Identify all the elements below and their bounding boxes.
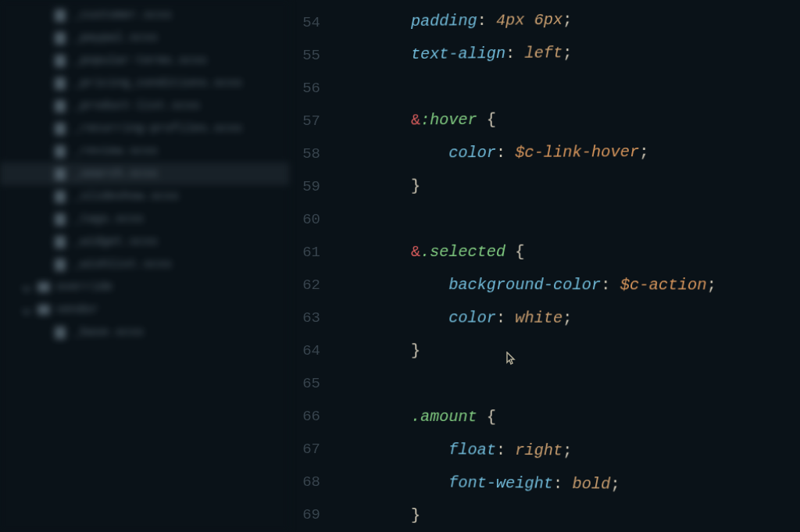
file-label: _recurring-profiles.scss bbox=[73, 122, 242, 135]
code-line[interactable]: font-weight: bold; bbox=[336, 466, 800, 503]
file-icon bbox=[55, 145, 66, 158]
file-icon bbox=[55, 213, 66, 226]
code-line[interactable]: &.selected { bbox=[336, 235, 800, 269]
file-item[interactable]: _product-list.scss bbox=[0, 95, 289, 117]
file-label: _popular-terms.scss bbox=[73, 54, 207, 67]
file-label: _slideshow.scss bbox=[73, 190, 179, 203]
line-number: 65 bbox=[289, 367, 336, 400]
line-number: 58 bbox=[289, 137, 336, 170]
file-explorer-sidebar: _customer.scss_paypal.scss_popular-terms… bbox=[0, 0, 289, 532]
file-label: _pricing_conditions.scss bbox=[73, 77, 242, 90]
file-label: _review.scss bbox=[73, 145, 158, 158]
line-number: 59 bbox=[289, 170, 336, 203]
line-number: 67 bbox=[289, 433, 336, 466]
code-line[interactable]: } bbox=[336, 334, 800, 370]
file-icon bbox=[55, 100, 66, 112]
file-icon bbox=[55, 191, 66, 203]
code-line[interactable]: float: right; bbox=[336, 433, 800, 470]
file-icon bbox=[55, 236, 66, 248]
code-line[interactable]: .amount { bbox=[336, 400, 800, 437]
file-icon bbox=[55, 259, 66, 271]
file-label: _widget.scss bbox=[73, 235, 158, 248]
line-number: 66 bbox=[289, 400, 336, 433]
line-number: 56 bbox=[289, 72, 336, 105]
file-item[interactable]: _recurring-profiles.scss bbox=[0, 117, 289, 140]
file-item[interactable]: _tags.scss bbox=[0, 208, 289, 230]
file-icon bbox=[55, 168, 66, 180]
folder-item[interactable]: override bbox=[0, 276, 289, 298]
code-line[interactable]: } bbox=[336, 498, 800, 532]
folder-item[interactable]: vendor bbox=[0, 298, 289, 321]
file-icon bbox=[55, 123, 66, 135]
line-number: 63 bbox=[289, 302, 336, 334]
folder-icon bbox=[38, 282, 50, 292]
code-line[interactable] bbox=[336, 202, 800, 236]
code-line[interactable]: &:hover { bbox=[336, 102, 800, 137]
file-item[interactable]: _wishlist.scss bbox=[0, 253, 289, 276]
file-item[interactable]: _search.scss bbox=[0, 162, 289, 185]
line-number: 61 bbox=[289, 236, 336, 269]
code-line[interactable] bbox=[336, 68, 800, 105]
file-icon bbox=[55, 9, 66, 22]
file-item[interactable]: _pricing_conditions.scss bbox=[0, 72, 289, 95]
line-number: 60 bbox=[289, 203, 336, 236]
file-item[interactable]: _widget.scss bbox=[0, 230, 289, 253]
file-icon bbox=[55, 327, 66, 339]
file-label: _paypal.scss bbox=[73, 31, 158, 45]
code-line[interactable]: padding: 4px 6px; bbox=[336, 1, 800, 39]
code-line[interactable]: } bbox=[336, 168, 800, 203]
line-number: 57 bbox=[289, 105, 336, 137]
folder-label: override bbox=[56, 280, 112, 294]
chevron-down-icon bbox=[22, 283, 30, 291]
line-number-gutter: 54555657585960616263646566676869 bbox=[289, 0, 336, 532]
file-label: _tags.scss bbox=[73, 212, 144, 226]
file-label: _base.scss bbox=[73, 326, 144, 339]
file-item[interactable]: _base.scss bbox=[0, 321, 289, 344]
line-number: 62 bbox=[289, 269, 336, 302]
file-label: _product-list.scss bbox=[73, 99, 200, 112]
line-number: 64 bbox=[289, 334, 336, 367]
file-item[interactable]: _customer.scss bbox=[0, 4, 289, 27]
chevron-down-icon bbox=[22, 305, 30, 314]
file-label: _search.scss bbox=[73, 167, 158, 180]
folder-icon bbox=[38, 305, 50, 315]
code-line[interactable]: color: $c-link-hover; bbox=[336, 135, 800, 170]
line-number: 54 bbox=[289, 6, 336, 39]
file-icon bbox=[55, 32, 66, 45]
folder-label: vendor bbox=[56, 303, 98, 316]
line-number: 68 bbox=[289, 466, 336, 498]
file-item[interactable]: _paypal.scss bbox=[0, 27, 289, 49]
code-line[interactable]: background-color: $c-action; bbox=[336, 269, 800, 302]
file-label: _customer.scss bbox=[73, 9, 172, 22]
code-editor[interactable]: padding: 4px 6px; text-align: left; &:ho… bbox=[336, 0, 800, 532]
line-number: 55 bbox=[289, 39, 336, 72]
code-line[interactable]: color: white; bbox=[336, 302, 800, 336]
file-icon bbox=[55, 55, 66, 67]
code-line[interactable] bbox=[336, 367, 800, 403]
file-item[interactable]: _popular-terms.scss bbox=[0, 49, 289, 72]
file-item[interactable]: _review.scss bbox=[0, 140, 289, 162]
code-line[interactable]: text-align: left; bbox=[336, 34, 800, 72]
file-label: _wishlist.scss bbox=[73, 258, 172, 271]
line-number: 69 bbox=[289, 498, 336, 531]
file-icon bbox=[55, 77, 66, 90]
file-item[interactable]: _slideshow.scss bbox=[0, 185, 289, 208]
